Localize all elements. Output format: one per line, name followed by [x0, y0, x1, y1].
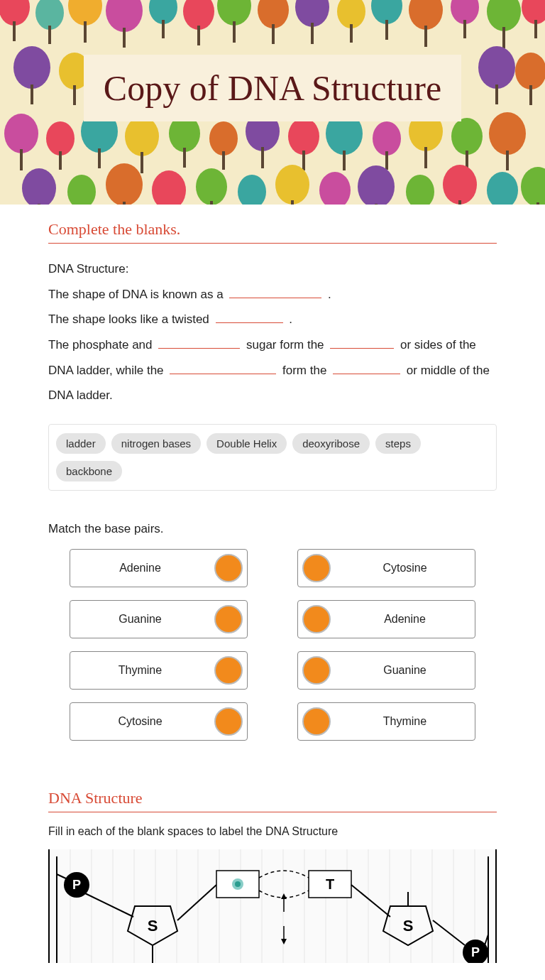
match-right-guanine[interactable]: Guanine [297, 651, 475, 690]
svg-point-38 [4, 114, 38, 153]
blank-input-2[interactable] [216, 310, 283, 324]
svg-rect-65 [38, 204, 40, 205]
section-title-blanks: Complete the blanks. [48, 220, 497, 244]
match-label: Adenine [384, 613, 426, 626]
svg-rect-57 [385, 151, 388, 170]
svg-point-76 [275, 165, 309, 205]
svg-line-103 [433, 920, 465, 945]
svg-rect-59 [424, 147, 427, 168]
text-fragment: The shape looks like a twisted [48, 312, 213, 326]
text-fragment: . [289, 312, 292, 326]
svg-point-36 [515, 53, 545, 89]
word-chip[interactable]: deoxyribose [292, 433, 370, 454]
svg-rect-47 [183, 148, 186, 168]
connector-dot-icon[interactable] [214, 605, 243, 633]
fill-line-3: The phosphate and sugar form the or side… [48, 332, 497, 408]
svg-point-28 [522, 0, 545, 24]
svg-point-34 [478, 46, 515, 89]
match-left-cytosine[interactable]: Cytosine [70, 702, 248, 741]
svg-point-66 [67, 175, 96, 205]
word-chip[interactable]: steps [375, 433, 421, 454]
match-left-thymine[interactable]: Thymine [70, 651, 248, 690]
svg-point-10 [183, 0, 214, 30]
connector-dot-icon[interactable] [302, 707, 331, 736]
word-chip[interactable]: nitrogen bases [111, 433, 201, 454]
svg-rect-15 [272, 24, 275, 44]
svg-rect-69 [123, 202, 126, 205]
blank-input-3[interactable] [158, 335, 240, 349]
svg-rect-27 [502, 27, 505, 48]
svg-point-78 [319, 172, 351, 205]
connector-dot-icon[interactable] [302, 605, 331, 633]
word-bank: ladder nitrogen bases Double Helix deoxy… [48, 424, 497, 491]
svg-rect-89 [536, 202, 539, 205]
svg-line-94 [177, 885, 216, 920]
text-fragment: form the [282, 364, 330, 377]
svg-point-74 [238, 175, 266, 205]
dna-structure-section: DNA Structure Fill in each of the blank … [48, 789, 497, 963]
text-fragment: The shape of DNA is known as a [48, 288, 226, 301]
svg-point-88 [521, 167, 545, 205]
text-fragment: sugar form the [246, 338, 327, 352]
svg-rect-77 [291, 200, 294, 205]
blank-input-5[interactable] [170, 361, 276, 374]
svg-point-2 [35, 0, 64, 30]
svg-point-52 [288, 118, 319, 155]
svg-rect-49 [222, 151, 225, 170]
svg-rect-39 [20, 149, 23, 170]
match-left-guanine[interactable]: Guanine [70, 600, 248, 638]
svg-point-44 [125, 116, 159, 156]
blank-input-6[interactable] [333, 361, 400, 374]
match-left-adenine[interactable]: Adenine [70, 549, 248, 587]
word-chip[interactable]: backbone [56, 461, 122, 481]
word-chip[interactable]: Double Helix [207, 433, 287, 454]
worksheet-header: Copy of DNA Structure [0, 0, 545, 205]
svg-line-92 [85, 893, 133, 917]
svg-rect-51 [261, 147, 264, 168]
svg-rect-73 [210, 201, 213, 205]
svg-line-91 [57, 874, 67, 879]
match-label: Guanine [119, 613, 162, 626]
svg-marker-101 [281, 939, 287, 944]
match-right-cytosine[interactable]: Cytosine [297, 549, 475, 587]
svg-rect-17 [311, 23, 314, 44]
svg-point-72 [196, 168, 227, 205]
svg-point-64 [22, 168, 56, 205]
svg-point-48 [209, 121, 238, 156]
fill-line-1: The shape of DNA is known as a . [48, 282, 497, 307]
match-label: Thymine [119, 664, 162, 677]
svg-rect-7 [123, 28, 126, 48]
svg-rect-21 [385, 20, 388, 40]
intro-line: DNA Structure: [48, 256, 497, 282]
match-right-adenine[interactable]: Adenine [297, 600, 475, 638]
text-fragment: The phosphate and [48, 338, 155, 352]
connector-dot-icon[interactable] [302, 656, 331, 685]
word-chip[interactable]: ladder [56, 433, 106, 454]
dna-diagram: P S T [48, 849, 497, 963]
svg-marker-99 [281, 893, 287, 899]
svg-rect-35 [495, 85, 498, 104]
svg-rect-43 [98, 148, 101, 168]
svg-rect-23 [424, 26, 427, 47]
svg-rect-45 [141, 152, 143, 173]
match-label: Guanine [383, 664, 426, 677]
blank-input-1[interactable] [229, 285, 321, 298]
svg-rect-55 [343, 151, 346, 170]
match-grid: Adenine Cytosine Guanine Adenine Thymine… [48, 549, 497, 741]
input-marker-inner-icon [235, 881, 241, 887]
svg-point-62 [489, 112, 526, 155]
svg-point-60 [451, 118, 483, 155]
connector-dot-icon[interactable] [214, 707, 243, 736]
svg-point-84 [443, 165, 477, 205]
text-fragment: . [328, 288, 331, 301]
match-label: Adenine [119, 562, 161, 575]
match-right-thymine[interactable]: Thymine [297, 702, 475, 741]
connector-dot-icon[interactable] [302, 554, 331, 582]
blank-input-4[interactable] [330, 335, 394, 349]
svg-point-70 [152, 170, 186, 205]
svg-point-68 [106, 163, 143, 205]
connector-dot-icon[interactable] [214, 656, 243, 685]
worksheet-content: Complete the blanks. DNA Structure: The … [0, 205, 545, 977]
page-title: Copy of DNA Structure [104, 67, 441, 109]
connector-dot-icon[interactable] [214, 554, 243, 582]
